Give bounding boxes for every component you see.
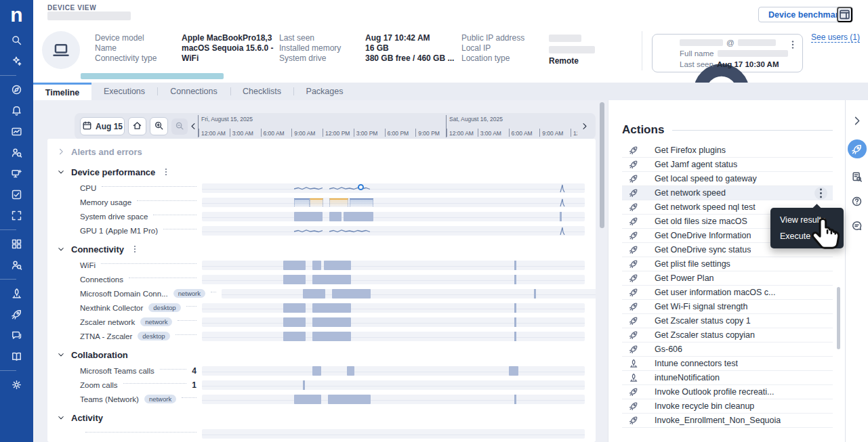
- timeline-row[interactable]: Microsoft Teams calls4: [47, 363, 596, 378]
- sidebar-engage-chat-icon[interactable]: [0, 325, 33, 346]
- action-item[interactable]: Get user information macOS c...: [622, 286, 833, 300]
- action-item[interactable]: Get network speed: [622, 186, 833, 200]
- tab-packages[interactable]: Packages: [293, 83, 356, 100]
- sidebar-library-book-icon[interactable]: [0, 346, 33, 367]
- remote-actions-active-icon[interactable]: [848, 139, 867, 158]
- section-menu-icon[interactable]: [130, 244, 140, 254]
- timeline-row[interactable]: CPU: [47, 181, 596, 195]
- sidebar-ai-sparkle-icon[interactable]: [0, 51, 33, 72]
- timeline-row[interactable]: [47, 426, 596, 441]
- timeline-strip[interactable]: [202, 429, 585, 439]
- menu-item-view-results[interactable]: View results: [770, 212, 844, 228]
- actions-scrollbar[interactable]: [837, 287, 840, 349]
- scroll-right-chevron[interactable]: [580, 121, 589, 133]
- action-item[interactable]: Get Power Plan: [622, 271, 833, 286]
- section-header-collaboration[interactable]: Collaboration: [47, 346, 596, 363]
- section-menu-icon[interactable]: [161, 167, 171, 177]
- feedback-icon[interactable]: [851, 220, 863, 231]
- action-item[interactable]: Invoke Outlook profile recreati...: [622, 385, 833, 399]
- zoom-in-icon: [154, 120, 164, 133]
- timeline-axis[interactable]: Fri, August 15, 202512:00 AM3:00 AM6:00 …: [198, 115, 577, 137]
- timeline-strip[interactable]: [202, 303, 585, 313]
- date-picker-button[interactable]: Aug 15: [80, 117, 125, 135]
- section-header-activity[interactable]: Activity: [47, 409, 596, 426]
- timeline-row[interactable]: Teams (Network)network: [47, 392, 596, 406]
- investigation-doc-icon[interactable]: [851, 171, 863, 183]
- sidebar-alerts-bell-icon[interactable]: [0, 100, 33, 121]
- help-icon[interactable]: [851, 196, 863, 207]
- action-item[interactable]: Invoke_Enrollment_Non_Sequoia: [622, 414, 833, 428]
- action-item[interactable]: Get Zscaler status copyian: [622, 328, 833, 342]
- timeline-strip[interactable]: [202, 198, 585, 207]
- timeline-strip[interactable]: [202, 395, 585, 404]
- timeline-strip[interactable]: [202, 332, 585, 341]
- see-users-link[interactable]: See users (1): [811, 32, 860, 43]
- action-label: Get local speed to gateway: [655, 174, 757, 183]
- leader-dots: [182, 397, 197, 398]
- timeline-row[interactable]: Microsoft Domain Conn...network: [47, 286, 596, 301]
- action-item[interactable]: intuneNotification: [622, 371, 833, 385]
- section-header-device-performance[interactable]: Device performance: [47, 163, 596, 181]
- section-header-connectivity[interactable]: Connectivity: [47, 240, 596, 258]
- action-item[interactable]: Get Jamf agent status: [622, 158, 833, 172]
- user-card-menu-button[interactable]: [787, 39, 798, 50]
- timeline-row[interactable]: WiFi: [47, 258, 596, 272]
- action-item[interactable]: Get Zscaler status copy 1: [622, 314, 833, 328]
- timeline-row[interactable]: Nexthink Collectordesktop: [47, 301, 596, 315]
- timeline-strip[interactable]: [202, 261, 585, 270]
- timeline-row[interactable]: System drive space: [47, 209, 596, 223]
- sidebar-expand-icon[interactable]: [0, 205, 33, 226]
- timeline-strip[interactable]: [202, 275, 585, 284]
- sidebar-checklist-icon[interactable]: [0, 184, 33, 205]
- layout-panel-button[interactable]: [837, 7, 852, 22]
- action-item[interactable]: Get Wi-Fi signal strength: [622, 300, 833, 314]
- timeline-row[interactable]: Zoom calls1: [47, 378, 596, 392]
- zoom-out-button[interactable]: [171, 118, 188, 135]
- sidebar-investigate-icon[interactable]: [0, 30, 33, 51]
- sidebar-campaigns-icon[interactable]: [0, 255, 33, 275]
- timeline-strip[interactable]: [222, 289, 596, 299]
- tab-executions[interactable]: Executions: [91, 83, 157, 100]
- sidebar-apps-grid-icon[interactable]: [0, 234, 33, 255]
- scroll-left-chevron[interactable]: [189, 121, 198, 133]
- sidebar-dashboards-icon[interactable]: [0, 121, 33, 142]
- timeline-strip[interactable]: [202, 183, 585, 193]
- timeline-strip[interactable]: [202, 212, 585, 221]
- timeline-scrollbar[interactable]: [600, 102, 604, 228]
- chart-segment-bar: [283, 303, 306, 313]
- timeline-strip[interactable]: [202, 317, 585, 327]
- sidebar-settings-gear-icon[interactable]: [0, 374, 33, 395]
- nexthink-logo: n: [0, 0, 33, 30]
- action-item[interactable]: Get plist file settings: [622, 257, 833, 271]
- timeline-row[interactable]: Connections: [47, 272, 596, 286]
- sidebar-devices-icon[interactable]: [0, 163, 33, 184]
- tab-timeline[interactable]: Timeline: [33, 83, 91, 100]
- sidebar-remote-actions-icon[interactable]: [0, 304, 33, 325]
- home-button[interactable]: [128, 117, 146, 135]
- timeline-row[interactable]: GPU 1 (Apple M1 Pro): [47, 223, 596, 238]
- sidebar-user-investigation-icon[interactable]: [0, 142, 33, 163]
- section-header-alerts-and-errors[interactable]: Alerts and errors: [47, 143, 596, 160]
- timeline-row[interactable]: ZTNA - Zscalerdesktop: [47, 329, 596, 343]
- user-card[interactable]: @ Full name Last seen Aug 17 10:30 AM: [652, 34, 803, 72]
- tab-connections[interactable]: Connections: [157, 83, 230, 100]
- tab-checklists[interactable]: Checklists: [230, 83, 293, 100]
- menu-item-execute-action[interactable]: Execute action: [770, 228, 844, 244]
- timeline-row[interactable]: Memory usage: [47, 195, 596, 209]
- action-item[interactable]: Get Firefox plugins: [622, 143, 833, 158]
- info-labels-col: Public IP addressLocal IPLocation type: [461, 33, 524, 64]
- sidebar-launch-icon[interactable]: [0, 283, 33, 304]
- action-item[interactable]: Intune connectors test: [622, 357, 833, 371]
- sidebar-overview-compass-icon[interactable]: [0, 79, 33, 100]
- action-item[interactable]: Get local speed to gateway: [622, 172, 833, 186]
- timeline-strip[interactable]: [202, 226, 585, 236]
- action-item[interactable]: Gs-606: [622, 342, 833, 357]
- zoom-in-button[interactable]: [150, 117, 168, 135]
- timeline-strip[interactable]: [202, 380, 585, 390]
- chart-segment-line: [294, 227, 323, 235]
- collapse-panel-chevron-icon[interactable]: [851, 115, 863, 127]
- action-item[interactable]: Invoke recycle bin cleanup: [622, 399, 833, 414]
- timeline-strip[interactable]: [202, 366, 585, 376]
- timeline-row[interactable]: Zscaler networknetwork: [47, 315, 596, 329]
- action-menu-button[interactable]: [814, 187, 827, 200]
